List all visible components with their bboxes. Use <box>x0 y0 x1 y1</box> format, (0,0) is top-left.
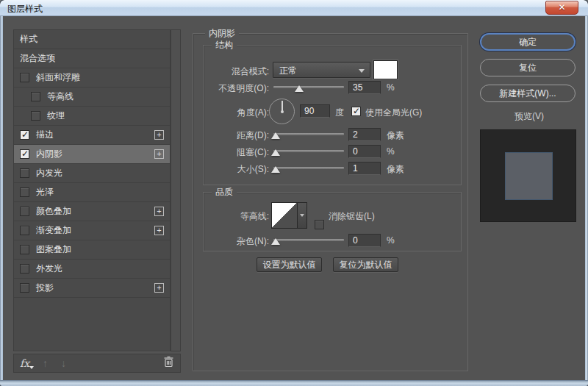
checkbox[interactable] <box>20 149 29 159</box>
sidebar-item-label: 光泽 <box>36 186 54 199</box>
shadow-color-swatch[interactable] <box>373 60 398 79</box>
chevron-down-icon <box>359 69 365 73</box>
noise-slider[interactable] <box>273 237 344 246</box>
slider-track[interactable] <box>273 239 344 241</box>
slider-track[interactable] <box>273 86 344 88</box>
trash-icon[interactable] <box>163 356 174 371</box>
preview-label: 预览(V) <box>514 110 544 123</box>
angle-dial-center <box>281 110 284 113</box>
sidebar-item[interactable]: 内阴影 <box>14 145 170 164</box>
blend-mode-label: 混合模式: <box>193 65 269 78</box>
slider-thumb[interactable] <box>271 149 280 156</box>
checkbox[interactable] <box>20 168 29 178</box>
angle-input[interactable]: 90 <box>300 104 330 118</box>
sidebar-item-label: 纹理 <box>47 110 65 122</box>
quality-legend: 品质 <box>212 187 237 197</box>
plus-icon[interactable] <box>154 149 164 159</box>
checkbox[interactable] <box>20 283 29 293</box>
sidebar-item-label: 混合选项 <box>20 52 55 65</box>
checkbox[interactable] <box>20 264 29 274</box>
plus-icon[interactable] <box>154 226 164 235</box>
checkbox[interactable] <box>20 207 29 216</box>
sidebar-item[interactable]: 纹理 <box>14 107 170 126</box>
sidebar-item-label: 颜色叠加 <box>36 205 71 218</box>
checkbox[interactable] <box>20 130 29 140</box>
noise-input[interactable]: 0 <box>348 234 381 247</box>
global-light-checkbox[interactable] <box>351 107 361 116</box>
choke-slider[interactable] <box>273 148 344 157</box>
distance-label: 距离(D): <box>193 129 269 142</box>
size-unit: 像素 <box>387 163 404 176</box>
sidebar-item-label: 内阴影 <box>36 148 62 160</box>
slider-thumb[interactable] <box>271 132 280 139</box>
opacity-unit: % <box>387 82 395 93</box>
size-label: 大小(S): <box>193 163 269 176</box>
window-title: 图层样式 <box>7 3 43 15</box>
sidebar-item-label: 样式 <box>20 33 37 46</box>
sidebar-item[interactable]: 斜面和浮雕 <box>14 68 170 87</box>
sidebar-item[interactable]: 样式 <box>14 30 170 49</box>
close-button[interactable]: ✕ <box>545 1 578 15</box>
choke-input[interactable]: 0 <box>348 145 381 158</box>
move-down-icon[interactable]: ↓ <box>61 357 66 369</box>
sidebar-scrollbar[interactable] <box>171 29 181 351</box>
plus-icon[interactable] <box>154 207 164 216</box>
contour-label: 等高线: <box>193 210 269 223</box>
noise-unit: % <box>387 235 395 246</box>
distance-slider[interactable] <box>273 131 344 140</box>
contour-thumbnail[interactable] <box>271 202 298 229</box>
angle-dial[interactable] <box>269 99 295 124</box>
new-style-button[interactable]: 新建样式(W)... <box>480 85 576 102</box>
sidebar-item[interactable]: 内发光 <box>14 164 170 183</box>
slider-thumb[interactable] <box>271 166 280 173</box>
window-frame-left <box>0 16 3 380</box>
slider-track[interactable] <box>273 133 344 135</box>
layer-style-dialog: 图层样式 ✕ 样式混合选项斜面和浮雕等高线纹理描边内阴影内发光光泽颜色叠加渐变叠… <box>0 0 588 386</box>
sidebar-item[interactable]: 颜色叠加 <box>14 202 170 221</box>
slider-track[interactable] <box>273 167 344 169</box>
ok-button[interactable]: 确定 <box>480 33 576 51</box>
blend-mode-select[interactable]: 正常 <box>273 62 370 78</box>
checkbox[interactable] <box>31 92 40 101</box>
make-default-button[interactable]: 设置为默认值 <box>257 257 322 272</box>
structure-legend: 结构 <box>212 40 237 50</box>
antialias-checkbox[interactable] <box>315 220 324 229</box>
choke-label: 阻塞(C): <box>193 146 269 159</box>
opacity-slider[interactable] <box>273 84 344 93</box>
move-up-icon[interactable]: ↑ <box>43 357 48 369</box>
sidebar-item[interactable]: 渐变叠加 <box>14 221 170 240</box>
slider-track[interactable] <box>273 150 344 152</box>
opacity-input[interactable]: 35 <box>348 81 381 94</box>
size-slider[interactable] <box>273 165 344 174</box>
sidebar-item[interactable]: 等高线 <box>14 87 170 107</box>
reset-button[interactable]: 复位 <box>480 59 576 76</box>
choke-unit: % <box>387 146 395 157</box>
slider-thumb[interactable] <box>295 85 304 92</box>
slider-thumb[interactable] <box>271 238 280 245</box>
plus-icon[interactable] <box>154 283 164 293</box>
window-frame-right <box>585 16 588 380</box>
angle-label: 角度(A): <box>193 107 269 119</box>
contour-dropdown[interactable] <box>298 202 307 229</box>
sidebar-item[interactable]: 混合选项 <box>14 49 170 68</box>
sidebar-item[interactable]: 外发光 <box>14 260 170 279</box>
sidebar-item[interactable]: 图案叠加 <box>14 240 170 260</box>
size-input[interactable]: 1 <box>348 162 381 175</box>
checkbox[interactable] <box>20 245 29 254</box>
window-frame-bottom <box>0 380 588 386</box>
checkbox[interactable] <box>20 73 29 82</box>
titlebar[interactable]: 图层样式 <box>0 0 588 16</box>
checkbox[interactable] <box>20 187 29 197</box>
sidebar-item-label: 图案叠加 <box>36 243 71 256</box>
blend-mode-value: 正常 <box>279 65 297 76</box>
sidebar-item[interactable]: 光泽 <box>14 183 170 202</box>
sidebar-item[interactable]: 描边 <box>14 126 170 145</box>
checkbox[interactable] <box>31 111 40 121</box>
checkbox[interactable] <box>20 226 29 235</box>
fx-icon[interactable]: fx <box>20 357 29 369</box>
plus-icon[interactable] <box>154 130 164 140</box>
reset-default-button[interactable]: 复位为默认值 <box>333 257 398 272</box>
distance-input[interactable]: 2 <box>348 128 381 141</box>
antialias-label: 消除锯齿(L) <box>329 210 375 223</box>
sidebar-item[interactable]: 投影 <box>14 279 170 298</box>
